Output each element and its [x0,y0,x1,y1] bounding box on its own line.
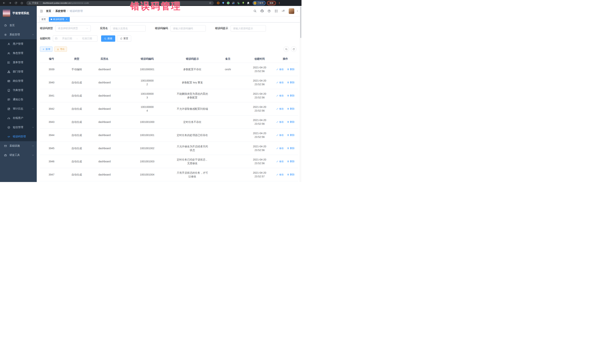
cell-remark [209,155,247,168]
sidebar-item[interactable]: 错误码管理 [0,132,37,141]
profile-chip[interactable]: 已暂停 [253,1,266,5]
search-icon [104,37,106,40]
check-circle-icon[interactable] [227,1,230,4]
search-button[interactable]: 搜索 [101,35,115,42]
edit-button[interactable]: 修改 [276,94,284,98]
sidebar-item[interactable]: 系统管理 [0,30,37,39]
sidebar-item[interactable]: 研发工具 [0,151,37,160]
cell-app: dashboard [90,142,119,155]
back-icon[interactable] [3,1,6,4]
cell-app: dashboard [90,115,119,129]
sidebar-item[interactable]: 短信管理 [0,123,37,132]
pencil-icon [276,160,278,163]
edit-button[interactable]: 修改 [276,133,284,137]
edit-button[interactable]: 修改 [276,146,284,150]
sidebar-item[interactable]: 审计日志 [0,104,37,113]
tab[interactable]: 首页 [39,17,48,22]
cell-actions: 修改 删除 [273,142,298,155]
toolbar-circle-button[interactable] [283,46,289,52]
edit-button[interactable]: 修改 [276,160,284,163]
cell-id: 3947 [40,168,63,181]
sidebar-item[interactable]: 菜单管理 [0,58,37,67]
date-range-picker[interactable]: 开始日期 - 结束日期 [53,35,97,42]
trash-icon [287,134,289,136]
delete-button[interactable]: 删除 [287,94,294,98]
target-icon[interactable] [217,1,220,4]
cell-code: 1001001001 [119,129,175,142]
textsize-icon[interactable]: TT [282,10,285,13]
edit-button[interactable]: 修改 [276,107,284,111]
column-header: 类型 [63,55,90,63]
puzzle-icon[interactable] [247,1,250,4]
breadcrumb-item[interactable]: 系统管理 [55,10,70,13]
fullscreen-icon[interactable] [275,10,278,13]
caret-down-icon[interactable] [296,10,299,12]
error-type-select[interactable]: 请选择错误码类型 [56,25,91,32]
sidebar-item[interactable]: 岗位管理 [0,76,37,86]
gem-icon[interactable] [222,1,225,4]
add-button[interactable]: 新增 [40,46,53,52]
app-name-input[interactable] [110,25,146,32]
sidebar-item[interactable]: 字典管理 [0,86,37,95]
cell-actions: 修改 删除 [273,89,298,102]
cell-time: 2021-04-20 23:52:56 [247,129,272,142]
toolbar-circle-button[interactable] [291,46,297,52]
grid-icon[interactable] [232,1,235,4]
pencil-icon [276,121,278,123]
help-icon[interactable] [267,10,271,13]
export-button[interactable]: 导出 [54,46,67,52]
breadcrumb-item[interactable]: 错误码管理 [70,10,83,13]
bookmark-star-icon[interactable] [209,2,211,4]
reset-button[interactable]: 重置 [117,35,131,42]
edit-button[interactable]: 修改 [276,81,284,84]
delete-button[interactable]: 删除 [287,81,294,84]
cell-message: 只允许修改为开启或者关闭状态 [175,142,209,155]
edit-button[interactable]: 修改 [276,67,284,71]
error-message-input[interactable] [231,25,266,32]
edit-button[interactable]: 修改 [276,173,284,176]
error-code-input[interactable] [171,25,206,32]
cell-remark [209,115,247,129]
error-code-table: 编号类型应用名错误码编码错误码提示备注创建时间操作 3939 手动编辑 dash… [40,55,298,182]
delete-button[interactable]: 删除 [287,160,294,163]
sidebar-item[interactable]: 在线用户 [0,113,37,123]
delete-button[interactable]: 删除 [287,120,294,124]
reload-icon[interactable] [14,1,17,4]
delete-button[interactable]: 删除 [287,146,294,150]
sidebar-item[interactable]: 首页 [0,21,37,30]
pin-icon[interactable] [242,1,245,4]
delete-button[interactable]: 删除 [287,133,294,137]
app-logo[interactable]: 芋道管理系统 [0,6,37,20]
hamburger-icon[interactable] [40,10,43,13]
browser-menu-icon[interactable]: ⋮ [278,2,280,4]
tab[interactable]: 错误码管理 × [49,17,70,22]
home-icon[interactable] [20,1,23,4]
sidebar-item[interactable]: 角色管理 [0,49,37,58]
browser-update-button[interactable]: 更新 [267,1,276,5]
delete-button[interactable]: 删除 [287,173,294,176]
cell-type: 自动生成 [63,155,90,168]
pencil-icon [276,108,278,110]
sidebar-item[interactable]: 用户管理 [0,39,37,49]
scrollbar-thumb[interactable] [300,7,301,38]
github-icon[interactable] [260,10,264,13]
scrollbar[interactable] [300,6,302,182]
filter-label: 错误码类型 [40,27,53,30]
user-avatar[interactable] [289,8,294,14]
search-icon[interactable] [254,10,257,13]
sidebar-item[interactable]: 基础设施 [0,141,37,151]
edit-button[interactable]: 修改 [276,120,284,124]
table-row: 3943 自动生成 dashboard 1001001000 定时任务不存在 2… [40,115,298,129]
page-content: 错误码类型 请选择错误码类型 应用名 错误码编码 错误码提示 [37,22,302,182]
sidebar-item[interactable]: 部门管理 [0,67,37,76]
close-icon[interactable]: × [65,18,68,21]
switch-on-icon[interactable]: on [237,1,240,4]
delete-button[interactable]: 删除 [287,67,294,71]
forward-icon[interactable] [9,1,12,4]
delete-button[interactable]: 删除 [287,107,294,111]
breadcrumb-item[interactable]: 首页 [46,10,55,13]
user-icon [7,43,10,45]
trash-icon [287,174,289,176]
address-bar[interactable]: 不安全 dashboard.yudao.iocoder.cn/system/er… [26,1,214,5]
sidebar-item[interactable]: 通知公告 [0,95,37,104]
